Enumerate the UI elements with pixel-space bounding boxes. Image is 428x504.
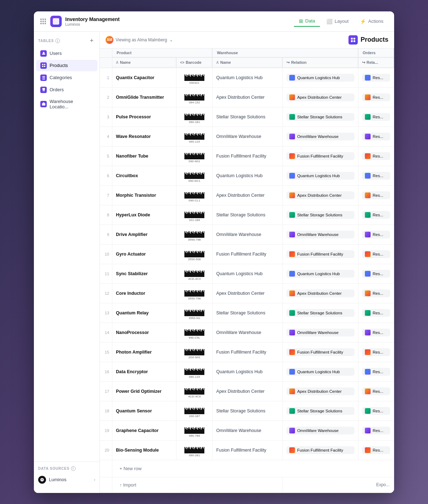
orders-relation-label: Res... xyxy=(373,174,383,178)
col-product-barcode[interactable]: <> Barcode xyxy=(177,57,213,68)
row-number: 4 xyxy=(100,127,112,146)
relation-label: Fusion Fulfillment Facility xyxy=(297,448,343,452)
warehouse-name-cell: Apex Distribution Center xyxy=(213,87,283,107)
relation-cell: Fusion Fulfillment Facility xyxy=(283,440,358,460)
data-sources-info-icon: i xyxy=(71,466,76,471)
svg-point-6 xyxy=(44,91,45,92)
app-window: Inventory Management Luminos ⊞ Data ⬜ La… xyxy=(34,11,394,493)
warehouse-table-icon xyxy=(40,101,47,107)
relation-label: Quantum Logistics Hub xyxy=(297,76,340,80)
product-name-cell: Graphene Capacitor xyxy=(112,421,177,440)
relation-cell: OmniWare Warehouse xyxy=(283,127,358,146)
product-name-cell: Wave Resonator xyxy=(112,127,177,146)
product-name-cell: Pulse Processor xyxy=(112,107,177,127)
sidebar-item-orders[interactable]: Orders xyxy=(36,84,97,96)
relation-label: Quantum Logistics Hub xyxy=(297,272,340,276)
table-row: 1 Quantix Capacitor 090321 Quantum Logis… xyxy=(100,68,394,87)
product-group-header: Product xyxy=(112,48,213,58)
orders-cell: Res... xyxy=(358,421,394,440)
main-content: AM Viewing as Alma Malmberg ⌄ Products xyxy=(100,32,394,493)
row-number: 16 xyxy=(100,362,112,381)
footer-row: + New row xyxy=(100,460,394,477)
luminos-datasource-item[interactable]: Luminos › xyxy=(34,474,100,486)
table-row: 10 Gyro Actuator 3550-508 Fusion Fulfill… xyxy=(100,244,394,264)
table-row: 18 Quantum Sensor 100-187 Stellar Storag… xyxy=(100,401,394,421)
data-tab-icon: ⊞ xyxy=(299,18,303,24)
row-number: 13 xyxy=(100,303,112,323)
relation-cell: OmniWare Warehouse xyxy=(283,421,358,440)
table-row: 2 OmniGlide Transmitter 094-152 Apex Dis… xyxy=(100,87,394,107)
categories-table-icon xyxy=(40,74,47,81)
relation-label: OmniWare Warehouse xyxy=(297,428,338,433)
col-warehouse-name[interactable]: A Name xyxy=(213,57,283,68)
orders-cell: Res... xyxy=(358,244,394,264)
page-title-area: Products xyxy=(348,35,388,45)
orders-relation-label: Res... xyxy=(373,311,383,315)
orders-relation-label: Res... xyxy=(373,428,383,433)
col-orders-relation[interactable]: ↪ Rela... xyxy=(358,57,394,68)
sidebar-item-users-label: Users xyxy=(50,51,62,56)
relation-label: OmniWare Warehouse xyxy=(297,134,338,139)
row-number: 8 xyxy=(100,205,112,225)
table-row: 8 HyperLux Diode 101-189 Stellar Storage… xyxy=(100,205,394,225)
barcode-cell: 094-152 xyxy=(177,87,213,107)
new-row-button[interactable]: + New row xyxy=(116,464,145,473)
relation-cell: OmniWare Warehouse xyxy=(283,225,358,244)
svg-rect-2 xyxy=(44,64,45,65)
content-header: AM Viewing as Alma Malmberg ⌄ Products xyxy=(100,32,394,48)
product-name-cell: Core Inductor xyxy=(112,283,177,303)
orders-cell: Res... xyxy=(358,205,394,225)
import-button[interactable]: ↑ Import xyxy=(116,480,140,490)
table-row: 19 Graphene Capacitor 090-789 OmniWare W… xyxy=(100,421,394,440)
tab-actions[interactable]: ⚡ Actions xyxy=(355,16,388,26)
barcode-cell: 101-189 xyxy=(177,205,213,225)
orders-cell: Res... xyxy=(358,283,394,303)
table-row: 15 Photon Amplifier 2D0-N01 Fusion Fulfi… xyxy=(100,342,394,362)
layout-tab-icon: ⬜ xyxy=(326,19,332,24)
col-product-name[interactable]: A Name xyxy=(112,57,177,68)
tab-layout-label: Layout xyxy=(335,19,348,24)
orders-cell: Res... xyxy=(358,440,394,460)
relation-cell: Stellar Storage Solutions xyxy=(283,303,358,323)
row-number: 20 xyxy=(100,440,112,460)
avatar: AM xyxy=(106,36,113,44)
orders-cell: Res... xyxy=(358,401,394,421)
orders-cell: Res... xyxy=(358,264,394,283)
row-number: 18 xyxy=(100,401,112,421)
relation-cell: Fusion Fulfillment Facility xyxy=(283,146,358,166)
col-warehouse-relation[interactable]: ↪ Relation xyxy=(283,57,358,68)
body: TABLES i + Users Products xyxy=(34,32,394,493)
relation-label: Stellar Storage Solutions xyxy=(297,409,342,413)
warehouse-name-cell: Fusion Fulfillment Facility xyxy=(213,440,283,460)
product-name-cell: HyperLux Diode xyxy=(112,205,177,225)
relation-label: OmniWare Warehouse xyxy=(297,330,338,335)
orders-relation-label: Res... xyxy=(373,291,383,295)
relation-label: OmniWare Warehouse xyxy=(297,232,338,237)
orders-relation-label: Res... xyxy=(373,272,383,276)
sidebar-item-warehouse[interactable]: Warehouse Locatio... xyxy=(36,96,97,112)
row-number: 9 xyxy=(100,225,112,244)
sidebar-item-categories[interactable]: Categories xyxy=(36,72,97,83)
table-row: 4 Wave Resonator 095-115 OmniWare Wareho… xyxy=(100,127,394,146)
product-name-cell: Quantix Capacitor xyxy=(112,68,177,87)
sidebar-item-products-label: Products xyxy=(50,63,68,68)
product-name-cell: Morphic Transistor xyxy=(112,185,177,205)
warehouse-name-cell: Quantum Logistics Hub xyxy=(213,362,283,381)
tab-data[interactable]: ⊞ Data xyxy=(294,16,320,27)
barcode-cell: 090-N01 xyxy=(177,146,213,166)
page-title-icon xyxy=(348,35,358,45)
sidebar-item-warehouse-label: Warehouse Locatio... xyxy=(50,99,93,109)
table-row: 11 Sync Stabilizer 4CD-4C3 Quantum Logis… xyxy=(100,264,394,283)
grid-menu-icon[interactable] xyxy=(40,18,47,25)
relation-label: Fusion Fulfillment Facility xyxy=(297,350,343,354)
viewer-dropdown-icon[interactable]: ⌄ xyxy=(169,37,173,42)
sidebar-item-orders-label: Orders xyxy=(50,87,64,92)
sidebar-item-users[interactable]: Users xyxy=(36,48,97,59)
row-number: 12 xyxy=(100,283,112,303)
svg-rect-8 xyxy=(351,38,353,40)
tab-layout[interactable]: ⬜ Layout xyxy=(321,16,353,26)
relation-label: Quantum Logistics Hub xyxy=(297,370,340,374)
viewer-label: Viewing as Alma Malmberg xyxy=(116,37,167,42)
add-table-button[interactable]: + xyxy=(88,37,95,45)
sidebar-item-products[interactable]: Products xyxy=(36,60,97,71)
